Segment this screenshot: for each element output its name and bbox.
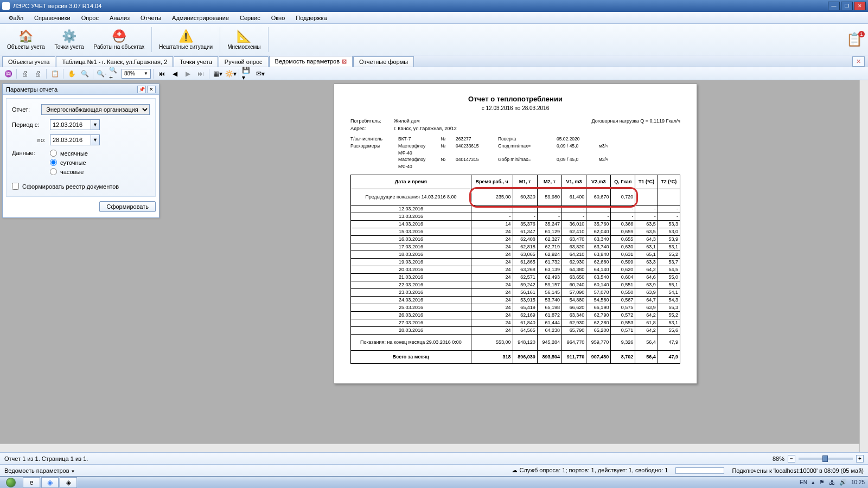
report-params-panel: Параметры отчета 📌 ✕ Отчет: Энергоснабжа… (2, 84, 159, 218)
params-panel-title: Параметры отчета 📌 ✕ (3, 84, 159, 95)
export-button[interactable]: 💾▾ (241, 68, 253, 79)
tab-3[interactable]: Ручной опрос (219, 56, 269, 67)
report-label: Отчет: (12, 106, 41, 113)
menu-Отчеты[interactable]: Отчеты (135, 13, 167, 23)
language-indicator[interactable]: EN (800, 479, 807, 485)
menu-Анализ[interactable]: Анализ (104, 13, 135, 23)
report-select[interactable]: Энергоснабжающая организация (41, 104, 150, 115)
period-to-label: по: (12, 137, 50, 143)
report-status-bar: Отчет 1 из 1. Страница 1 из 1. 88% − + (0, 452, 868, 464)
tab-0[interactable]: Объекты учета (2, 56, 55, 67)
zoom-out-button[interactable]: 🔍- (95, 68, 107, 79)
status-left[interactable]: Ведомость параметров▼ (4, 467, 75, 474)
tray-up-icon[interactable]: ▴ (812, 479, 815, 486)
start-button[interactable] (0, 477, 22, 489)
clock[interactable]: 10:25 (851, 479, 865, 485)
horizontal-scrollbar[interactable] (0, 444, 859, 452)
menu-Сервис[interactable]: Сервис (234, 13, 266, 23)
taskbar-app[interactable]: ◈ (60, 477, 77, 488)
report-title: Отчет о теплопотреблении (350, 95, 680, 103)
tab-4[interactable]: Ведомость параметров⊠ (269, 56, 353, 67)
zoom-combo[interactable]: 88%▼ (122, 69, 151, 79)
tree-icon[interactable]: ♒ (2, 68, 14, 79)
vertical-scrollbar[interactable] (859, 80, 868, 452)
registry-checkbox-label: Сформировать реестр документов (22, 183, 119, 190)
data-label: Данные: (12, 150, 50, 156)
data-radio-2[interactable] (50, 168, 57, 175)
app-status-bar: Ведомость параметров▼ ☁ Служб опроса: 1;… (0, 464, 868, 476)
tray-network-icon[interactable]: 🖧 (829, 479, 835, 486)
taskbar-chrome[interactable]: ◉ (41, 477, 59, 488)
menu-Администрирование[interactable]: Администрирование (167, 13, 234, 23)
report-page: Отчет о теплопотреблении с 12.03.2016 по… (334, 84, 697, 384)
services-status: ☁ Служб опроса: 1; портов: 1, действует:… (512, 467, 668, 474)
quick-print-button[interactable]: 🖨 (32, 68, 44, 79)
tab-2[interactable]: Точки учета (174, 56, 218, 67)
menu-bar: ФайлСправочникиОпросАнализОтчетыАдминист… (0, 12, 868, 24)
menu-Справочники[interactable]: Справочники (29, 13, 76, 23)
restore-button[interactable]: ❐ (841, 2, 853, 10)
ribbon-icon: 🏠 (18, 29, 34, 44)
report-date-range: с 12.03.2016 по 28.03.2016 (350, 105, 680, 111)
report-table: Дата и времяВремя раб., чM1, тM2, тV1, m… (350, 175, 680, 364)
period-from-input[interactable]: ▼ (50, 119, 100, 130)
zoom-out-small-button[interactable]: − (788, 455, 795, 463)
notifications-icon[interactable]: 📋1 (846, 32, 863, 47)
progress-bar (675, 467, 724, 474)
period-to-input[interactable]: ▼ (50, 134, 100, 145)
generate-button[interactable]: Сформировать (99, 201, 156, 212)
zoom-in-button[interactable]: 🔍+ (108, 68, 120, 79)
copy-button[interactable]: 📋 (49, 68, 61, 79)
ribbon-3[interactable]: ⚠️Нештатные ситуации (154, 27, 218, 52)
print-button[interactable]: 🖨 (19, 68, 31, 79)
tab-5[interactable]: Отчетные формы (353, 56, 414, 67)
zoom-in-small-button[interactable]: + (856, 455, 864, 463)
tray-flag-icon[interactable]: ⚑ (819, 479, 825, 486)
menu-Поддержка[interactable]: Поддержка (290, 13, 332, 23)
chevron-down-icon[interactable]: ▼ (91, 119, 100, 130)
period-from-label: Период с: (12, 121, 50, 128)
report-toolbar: ♒ 🖨 🖨 📋 ✋ 🔍 🔍- 🔍+ 88%▼ ⏮ ◀ ▶ ⏭ ▦▾ 🔆▾ 💾▾ … (0, 67, 868, 80)
ribbon-4[interactable]: 📐Мнемосхемы (222, 27, 265, 52)
app-icon (2, 2, 10, 10)
window-title: ЛЭРС УЧЕТ версия 3.07 R14.04 (13, 3, 828, 9)
ribbon-0[interactable]: 🏠Объекты учета (2, 27, 50, 52)
main-toolbar: 🏠Объекты учета⚙️Точки учета⛑️Работы на о… (0, 24, 868, 55)
close-button[interactable]: ✕ (854, 2, 866, 10)
menu-Опрос[interactable]: Опрос (76, 13, 104, 23)
ribbon-1[interactable]: ⚙️Точки учета (50, 27, 89, 52)
menu-Окно[interactable]: Окно (266, 13, 291, 23)
chevron-down-icon[interactable]: ▼ (91, 134, 100, 145)
last-page-button[interactable]: ⏭ (195, 68, 207, 79)
ribbon-icon: ⚠️ (178, 29, 194, 44)
tray-volume-icon[interactable]: 🔊 (839, 479, 847, 486)
page-info: Отчет 1 из 1. Страница 1 из 1. (4, 455, 88, 462)
data-radio-1[interactable] (50, 159, 57, 166)
ribbon-icon: ⚙️ (61, 29, 78, 44)
report-viewport[interactable]: Отчет о теплопотреблении с 12.03.2016 по… (319, 80, 712, 452)
windows-taskbar: e ◉ ◈ EN ▴ ⚑ 🖧 🔊 10:25 (0, 476, 868, 488)
ribbon-icon: 📐 (236, 29, 252, 44)
pin-button[interactable]: 📌 (137, 86, 146, 93)
close-all-tabs-button[interactable]: ✕ (852, 56, 865, 67)
zoom-slider[interactable] (799, 458, 853, 460)
tab-1[interactable]: Таблица №1 - г. Канск, ул.Гаражная, 2 (56, 56, 173, 67)
work-area: Параметры отчета 📌 ✕ Отчет: Энергоснабжа… (0, 80, 868, 452)
prev-page-button[interactable]: ◀ (169, 68, 181, 79)
hand-tool-button[interactable]: ✋ (66, 68, 78, 79)
menu-Файл[interactable]: Файл (3, 13, 29, 23)
watermark-button[interactable]: 🔆▾ (225, 68, 237, 79)
panel-close-button[interactable]: ✕ (147, 86, 156, 93)
close-icon[interactable]: ⊠ (342, 58, 347, 65)
ribbon-2[interactable]: ⛑️Работы на объектах (89, 27, 150, 52)
email-button[interactable]: ✉▾ (254, 68, 266, 79)
layout-button[interactable]: ▦▾ (212, 68, 224, 79)
minimize-button[interactable]: — (828, 2, 840, 10)
ribbon-icon: ⛑️ (111, 29, 127, 44)
next-page-button[interactable]: ▶ (182, 68, 194, 79)
first-page-button[interactable]: ⏮ (156, 68, 168, 79)
data-radio-0[interactable] (50, 150, 57, 157)
registry-checkbox[interactable] (12, 183, 19, 190)
taskbar-ie[interactable]: e (23, 477, 40, 488)
zoom-tool-button[interactable]: 🔍 (79, 68, 91, 79)
